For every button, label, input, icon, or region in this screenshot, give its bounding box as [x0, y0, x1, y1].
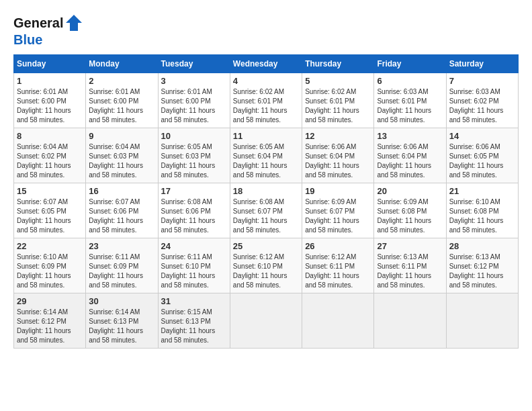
calendar-cell: 18 Sunrise: 6:08 AM Sunset: 6:07 PM Dayl…	[230, 183, 302, 238]
day-info: Sunrise: 6:01 AM Sunset: 6:00 PM Dayligh…	[89, 87, 154, 125]
day-number: 14	[449, 131, 515, 141]
svg-marker-0	[66, 15, 82, 31]
calendar-cell: 9 Sunrise: 6:04 AM Sunset: 6:03 PM Dayli…	[86, 128, 158, 183]
calendar-cell: 23 Sunrise: 6:11 AM Sunset: 6:09 PM Dayl…	[86, 238, 158, 293]
day-number: 25	[233, 241, 299, 251]
calendar-cell: 13 Sunrise: 6:06 AM Sunset: 6:04 PM Dayl…	[374, 128, 446, 183]
day-info: Sunrise: 6:02 AM Sunset: 6:01 PM Dayligh…	[305, 87, 371, 125]
calendar-cell: 30 Sunrise: 6:14 AM Sunset: 6:13 PM Dayl…	[86, 293, 158, 349]
calendar-cell: 31 Sunrise: 6:15 AM Sunset: 6:13 PM Dayl…	[158, 293, 230, 349]
day-info: Sunrise: 6:11 AM Sunset: 6:09 PM Dayligh…	[89, 253, 154, 290]
column-header-saturday: Saturday	[446, 55, 518, 73]
day-info: Sunrise: 6:14 AM Sunset: 6:13 PM Dayligh…	[89, 308, 154, 345]
day-number: 11	[233, 131, 299, 141]
calendar-cell: 28 Sunrise: 6:13 AM Sunset: 6:12 PM Dayl…	[446, 238, 518, 293]
calendar-cell: 12 Sunrise: 6:06 AM Sunset: 6:04 PM Dayl…	[302, 128, 374, 183]
calendar-week-2: 8 Sunrise: 6:04 AM Sunset: 6:02 PM Dayli…	[14, 128, 519, 183]
calendar-cell: 15 Sunrise: 6:07 AM Sunset: 6:05 PM Dayl…	[14, 183, 86, 238]
calendar-cell: 4 Sunrise: 6:02 AM Sunset: 6:01 PM Dayli…	[230, 73, 302, 128]
calendar-cell: 14 Sunrise: 6:06 AM Sunset: 6:05 PM Dayl…	[446, 128, 518, 183]
day-info: Sunrise: 6:07 AM Sunset: 6:05 PM Dayligh…	[17, 197, 83, 235]
calendar-cell: 10 Sunrise: 6:05 AM Sunset: 6:03 PM Dayl…	[158, 128, 230, 183]
day-info: Sunrise: 6:11 AM Sunset: 6:10 PM Dayligh…	[161, 253, 227, 290]
calendar-cell: 2 Sunrise: 6:01 AM Sunset: 6:00 PM Dayli…	[86, 73, 158, 128]
day-info: Sunrise: 6:05 AM Sunset: 6:03 PM Dayligh…	[161, 142, 227, 180]
day-number: 10	[161, 131, 227, 141]
column-header-tuesday: Tuesday	[158, 55, 230, 73]
day-number: 7	[449, 76, 515, 86]
day-number: 1	[17, 76, 83, 86]
day-number: 15	[17, 186, 83, 196]
calendar-cell	[302, 293, 374, 349]
calendar-cell: 22 Sunrise: 6:10 AM Sunset: 6:09 PM Dayl…	[14, 238, 86, 293]
calendar-cell: 25 Sunrise: 6:12 AM Sunset: 6:10 PM Dayl…	[230, 238, 302, 293]
day-number: 24	[161, 241, 227, 251]
day-info: Sunrise: 6:04 AM Sunset: 6:02 PM Dayligh…	[17, 142, 83, 180]
day-info: Sunrise: 6:13 AM Sunset: 6:12 PM Dayligh…	[449, 253, 515, 290]
day-number: 17	[161, 186, 227, 196]
day-info: Sunrise: 6:14 AM Sunset: 6:12 PM Dayligh…	[17, 308, 83, 345]
calendar-cell: 17 Sunrise: 6:08 AM Sunset: 6:06 PM Dayl…	[158, 183, 230, 238]
day-number: 23	[89, 241, 154, 251]
day-info: Sunrise: 6:03 AM Sunset: 6:01 PM Dayligh…	[377, 87, 443, 125]
calendar-cell: 21 Sunrise: 6:10 AM Sunset: 6:08 PM Dayl…	[446, 183, 518, 238]
column-header-thursday: Thursday	[302, 55, 374, 73]
calendar-cell: 24 Sunrise: 6:11 AM Sunset: 6:10 PM Dayl…	[158, 238, 230, 293]
calendar-cell: 27 Sunrise: 6:13 AM Sunset: 6:11 PM Dayl…	[374, 238, 446, 293]
calendar-cell	[230, 293, 302, 349]
day-number: 6	[377, 76, 443, 86]
day-number: 8	[17, 131, 83, 141]
column-header-wednesday: Wednesday	[230, 55, 302, 73]
calendar-cell	[446, 293, 518, 349]
day-info: Sunrise: 6:12 AM Sunset: 6:11 PM Dayligh…	[305, 253, 371, 290]
day-number: 29	[17, 296, 83, 306]
day-info: Sunrise: 6:13 AM Sunset: 6:11 PM Dayligh…	[377, 253, 443, 290]
day-info: Sunrise: 6:12 AM Sunset: 6:10 PM Dayligh…	[233, 253, 299, 290]
column-header-sunday: Sunday	[14, 55, 86, 73]
day-info: Sunrise: 6:01 AM Sunset: 6:00 PM Dayligh…	[161, 87, 227, 125]
day-number: 16	[89, 186, 154, 196]
day-info: Sunrise: 6:03 AM Sunset: 6:02 PM Dayligh…	[449, 87, 515, 125]
day-number: 26	[305, 241, 371, 251]
day-info: Sunrise: 6:09 AM Sunset: 6:08 PM Dayligh…	[377, 197, 443, 235]
day-number: 9	[89, 131, 154, 141]
page-header: General Blue	[13, 13, 519, 48]
day-number: 28	[449, 241, 515, 251]
day-number: 4	[233, 76, 299, 86]
day-info: Sunrise: 6:06 AM Sunset: 6:04 PM Dayligh…	[305, 142, 371, 180]
calendar-cell: 3 Sunrise: 6:01 AM Sunset: 6:00 PM Dayli…	[158, 73, 230, 128]
day-number: 21	[449, 186, 515, 196]
logo-general: General	[13, 15, 63, 30]
calendar-week-5: 29 Sunrise: 6:14 AM Sunset: 6:12 PM Dayl…	[14, 293, 519, 349]
calendar-week-3: 15 Sunrise: 6:07 AM Sunset: 6:05 PM Dayl…	[14, 183, 519, 238]
day-number: 3	[161, 76, 227, 86]
day-number: 13	[377, 131, 443, 141]
day-info: Sunrise: 6:15 AM Sunset: 6:13 PM Dayligh…	[161, 308, 227, 345]
calendar-cell: 1 Sunrise: 6:01 AM Sunset: 6:00 PM Dayli…	[14, 73, 86, 128]
calendar-cell: 20 Sunrise: 6:09 AM Sunset: 6:08 PM Dayl…	[374, 183, 446, 238]
day-info: Sunrise: 6:10 AM Sunset: 6:08 PM Dayligh…	[449, 197, 515, 235]
calendar-cell: 8 Sunrise: 6:04 AM Sunset: 6:02 PM Dayli…	[14, 128, 86, 183]
day-number: 31	[161, 296, 227, 306]
day-info: Sunrise: 6:06 AM Sunset: 6:05 PM Dayligh…	[449, 142, 515, 180]
day-number: 20	[377, 186, 443, 196]
calendar-week-4: 22 Sunrise: 6:10 AM Sunset: 6:09 PM Dayl…	[14, 238, 519, 293]
day-info: Sunrise: 6:05 AM Sunset: 6:04 PM Dayligh…	[233, 142, 299, 180]
column-header-friday: Friday	[374, 55, 446, 73]
day-number: 19	[305, 186, 371, 196]
day-number: 5	[305, 76, 371, 86]
logo-blue: Blue	[13, 32, 83, 48]
day-number: 18	[233, 186, 299, 196]
calendar-cell	[374, 293, 446, 349]
day-info: Sunrise: 6:07 AM Sunset: 6:06 PM Dayligh…	[89, 197, 154, 235]
calendar-cell: 29 Sunrise: 6:14 AM Sunset: 6:12 PM Dayl…	[14, 293, 86, 349]
day-info: Sunrise: 6:01 AM Sunset: 6:00 PM Dayligh…	[17, 87, 83, 125]
calendar-cell: 11 Sunrise: 6:05 AM Sunset: 6:04 PM Dayl…	[230, 128, 302, 183]
day-number: 22	[17, 241, 83, 251]
calendar-cell: 5 Sunrise: 6:02 AM Sunset: 6:01 PM Dayli…	[302, 73, 374, 128]
calendar-cell: 7 Sunrise: 6:03 AM Sunset: 6:02 PM Dayli…	[446, 73, 518, 128]
calendar-cell: 6 Sunrise: 6:03 AM Sunset: 6:01 PM Dayli…	[374, 73, 446, 128]
day-info: Sunrise: 6:08 AM Sunset: 6:07 PM Dayligh…	[233, 197, 299, 235]
day-number: 27	[377, 241, 443, 251]
calendar-cell: 19 Sunrise: 6:09 AM Sunset: 6:07 PM Dayl…	[302, 183, 374, 238]
